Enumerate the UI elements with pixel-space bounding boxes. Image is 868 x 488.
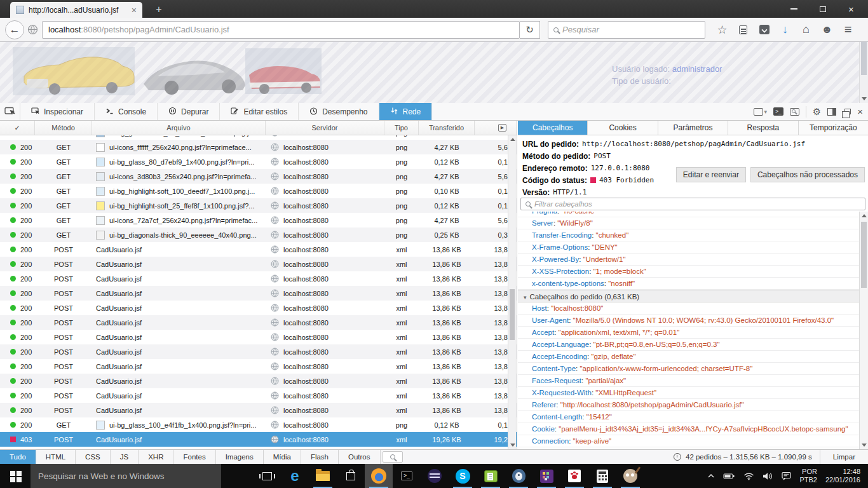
details-scrollbar-thumb[interactable]: [861, 222, 867, 288]
network-request-row[interactable]: 200 GET ui-bg_highlight-soft_25_ffef8f_1…: [0, 198, 517, 213]
network-request-row[interactable]: 200 POST CadUsuario.jsf localhost:8080 x…: [0, 257, 517, 271]
http-header-row[interactable]: Faces-Request: "partial/ajax": [518, 375, 859, 387]
split-console-icon[interactable]: >_: [773, 107, 783, 116]
details-tab-parâmetros[interactable]: Parâmetros: [658, 121, 728, 135]
maximize-button[interactable]: [808, 0, 837, 18]
edit-resend-button[interactable]: Editar e reenviar: [676, 167, 746, 182]
column-check[interactable]: ✓: [0, 121, 35, 135]
network-request-row[interactable]: 403 POST CadUsuario.jsf localhost:8080 x…: [0, 432, 517, 447]
column-file[interactable]: Arquivo: [92, 121, 266, 135]
page-scrollbar[interactable]: [859, 42, 868, 103]
network-request-row[interactable]: 200 GET ui-bg_diagonals-thick_90_eeeeee_…: [0, 227, 517, 242]
menu-icon[interactable]: ≡: [837, 20, 858, 39]
column-method[interactable]: Método: [35, 121, 92, 135]
volume-icon[interactable]: [763, 472, 773, 480]
back-button[interactable]: ←: [5, 20, 24, 39]
http-header-row[interactable]: Accept-Encoding: "gzip, deflate": [518, 351, 859, 363]
hidden-icons-chevron[interactable]: [707, 473, 715, 478]
scroll-down-icon[interactable]: [862, 444, 867, 447]
browser-tab[interactable]: http://localh...adUsuario.jsf ×: [10, 2, 142, 18]
search-input[interactable]: [562, 25, 700, 34]
tab-close-icon[interactable]: ×: [132, 6, 137, 15]
network-scrollbar[interactable]: [508, 135, 516, 449]
taskbar-task-view[interactable]: [253, 464, 281, 488]
filter-tudo[interactable]: Tudo: [0, 450, 36, 464]
raw-headers-button[interactable]: Cabeçalhos não processados: [750, 167, 865, 182]
scroll-down-icon[interactable]: [510, 444, 515, 447]
minimize-button[interactable]: [780, 0, 808, 18]
home-icon[interactable]: ⌂: [796, 20, 817, 39]
filter-imagens[interactable]: Imagens: [216, 450, 264, 464]
undock-icon[interactable]: [843, 109, 851, 114]
reload-button[interactable]: ↻: [520, 21, 540, 39]
devtools-tab-console[interactable]: Console: [95, 103, 158, 120]
hello-smiley-icon[interactable]: ☻: [817, 20, 837, 39]
close-devtools-icon[interactable]: ×: [857, 106, 863, 117]
element-picker-button[interactable]: [0, 103, 20, 120]
http-header-row[interactable]: Host: "localhost:8080": [518, 302, 859, 315]
battery-icon[interactable]: [723, 472, 735, 480]
site-identity-globe-icon[interactable]: [24, 24, 41, 35]
network-request-row[interactable]: 200 GET ui-icons_ffffff_256x240.png.jsf?…: [0, 140, 517, 154]
scroll-down-icon[interactable]: [862, 97, 867, 100]
taskbar-calculator[interactable]: [588, 464, 616, 488]
taskbar-file-explorer[interactable]: [309, 464, 337, 488]
taskbar-firefox[interactable]: [365, 464, 393, 488]
taskbar-skype[interactable]: S: [449, 464, 477, 488]
notifications-icon[interactable]: [782, 471, 791, 480]
filter-xhr[interactable]: XHR: [139, 450, 173, 464]
network-request-row[interactable]: 200 GET ui-icons_3d80b3_256x240.png.jsf?…: [0, 169, 517, 184]
http-header-row[interactable]: Server: "WildFly/8": [518, 217, 859, 229]
devtools-tab-rede[interactable]: Rede: [379, 103, 433, 120]
taskbar-command-prompt[interactable]: >_: [393, 464, 421, 488]
toggle-details-icon[interactable]: ▶: [498, 124, 506, 132]
column-server[interactable]: Servidor: [266, 121, 384, 135]
pocket-icon[interactable]: [754, 20, 775, 39]
scroll-up-icon[interactable]: [510, 138, 515, 141]
scroll-up-icon[interactable]: [862, 214, 867, 217]
clock[interactable]: 12:48 22/01/2016: [825, 468, 860, 484]
network-request-row[interactable]: 200 POST CadUsuario.jsf localhost:8080 x…: [0, 301, 517, 315]
language-indicator[interactable]: POR PTB2: [799, 468, 817, 484]
taskbar-search-input[interactable]: [38, 471, 214, 481]
devtools-tab-inspecionar[interactable]: Inspecionar: [20, 103, 95, 120]
responsive-mode-icon[interactable]: ▾: [754, 108, 768, 116]
network-request-row[interactable]: 200 GET ui-bg_gloss-wave_55_5c9ccc_500x1…: [0, 135, 517, 140]
dock-sidebar-icon[interactable]: [827, 108, 836, 116]
reading-list-icon[interactable]: [733, 20, 754, 39]
filter-html[interactable]: HTML: [36, 450, 76, 464]
taskbar-dev-ide[interactable]: [532, 464, 560, 488]
clear-requests-button[interactable]: Limpar: [820, 450, 868, 464]
details-tab-cookies[interactable]: Cookies: [588, 121, 658, 135]
network-scrollbar-thumb[interactable]: [510, 289, 515, 340]
http-header-row[interactable]: X-Powered-By: "Undertow/1": [518, 254, 859, 266]
devtools-tab-depurar[interactable]: Depurar: [158, 103, 220, 120]
taskbar-windows-store[interactable]: [337, 464, 365, 488]
download-icon[interactable]: ↓: [775, 20, 796, 39]
new-tab-button[interactable]: +: [150, 3, 168, 17]
network-request-row[interactable]: 200 POST CadUsuario.jsf localhost:8080 x…: [0, 271, 517, 286]
details-tab-temporização[interactable]: Temporização: [799, 121, 868, 135]
network-request-row[interactable]: 200 POST CadUsuario.jsf localhost:8080 x…: [0, 388, 517, 403]
network-request-row[interactable]: 200 POST CadUsuario.jsf localhost:8080 x…: [0, 359, 517, 374]
filter-fontes[interactable]: Fontes: [173, 450, 215, 464]
details-tab-resposta[interactable]: Resposta: [728, 121, 798, 135]
scratchpad-icon[interactable]: [790, 108, 799, 116]
filter-js[interactable]: JS: [111, 450, 139, 464]
http-header-row[interactable]: x-content-type-options: "nosniff": [518, 278, 859, 290]
taskbar-gimp[interactable]: [616, 464, 644, 488]
devtools-tab-editar-estilos[interactable]: Editar estilos: [220, 103, 299, 120]
http-header-row[interactable]: Content-Length: "15412": [518, 411, 859, 423]
http-header-row[interactable]: Connection: "keep-alive": [518, 435, 859, 447]
taskbar-eclipse[interactable]: [421, 464, 449, 488]
network-request-row[interactable]: 200 POST CadUsuario.jsf localhost:8080 x…: [0, 344, 517, 359]
network-request-row[interactable]: 200 GET ui-bg_highlight-soft_100_deedf7_…: [0, 184, 517, 198]
filter-outros[interactable]: Outros: [339, 450, 381, 464]
http-header-row[interactable]: X-Requested-With: "XMLHttpRequest": [518, 387, 859, 399]
url-bar[interactable]: localhost:8080/petshop/pagAdmin/CadUsuar…: [42, 21, 520, 39]
page-scrollbar-thumb[interactable]: [861, 42, 867, 75]
wifi-icon[interactable]: [743, 472, 754, 480]
http-header-row[interactable]: Pragma: "no-cache": [518, 212, 859, 217]
http-header-row[interactable]: X-Frame-Options: "DENY": [518, 241, 859, 254]
network-request-row[interactable]: 200 POST CadUsuario.jsf localhost:8080 x…: [0, 242, 517, 257]
